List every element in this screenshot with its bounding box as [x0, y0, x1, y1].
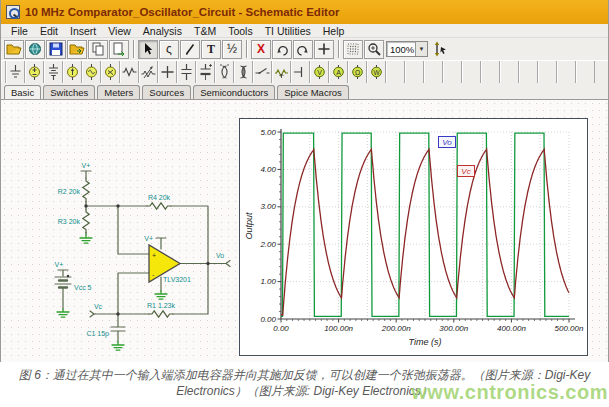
tab-basic[interactable]: Basic — [4, 85, 41, 99]
svg-text:500.00n: 500.00n — [555, 324, 584, 333]
component-voltage-generator-button[interactable] — [82, 61, 101, 83]
ammeter-icon: A — [330, 62, 347, 82]
output-pin-icon — [226, 261, 230, 267]
cross-icon — [317, 42, 331, 56]
tab-meters[interactable]: Meters — [97, 85, 140, 99]
copy-button[interactable] — [88, 40, 108, 59]
copy-pages-icon — [91, 42, 105, 56]
toolbar-empty-slot — [500, 61, 519, 83]
delete-x-icon: X — [257, 43, 265, 55]
resistor-icon — [121, 62, 138, 82]
open-button[interactable] — [4, 40, 24, 59]
component-polarized-capacitor-button[interactable] — [196, 61, 215, 83]
waveform-plot-window: 0.00100.00n200.00n300.00n400.00n500.00n0… — [239, 118, 588, 356]
resistor-r1[interactable] — [149, 311, 173, 317]
menu-item-tm[interactable]: T&M — [188, 25, 222, 37]
zoom-level-combo[interactable]: 100% ▼ — [386, 41, 428, 57]
legend-vo[interactable]: Vo — [438, 136, 456, 148]
relay-contact-icon — [292, 62, 309, 82]
net-label-vplus-battery: V+ — [55, 261, 64, 268]
tab-semiconductors[interactable]: Semiconductors — [193, 85, 275, 99]
export-button[interactable] — [25, 40, 45, 59]
component-node-button[interactable] — [158, 61, 177, 83]
toolbar-separator — [133, 40, 135, 58]
toolbar-empty-slot — [386, 61, 405, 83]
voltage-source-icon — [26, 62, 43, 82]
net-label-vo: Vo — [216, 252, 224, 259]
tab-switches[interactable]: Switches — [43, 85, 95, 99]
menu-item-file[interactable]: File — [5, 25, 34, 37]
component-current-source-button[interactable] — [63, 61, 82, 83]
current-source-icon — [64, 62, 81, 82]
component-voltmeter-button[interactable]: V — [310, 61, 329, 83]
redo-button[interactable] — [293, 40, 313, 59]
grid-toggle-button[interactable] — [343, 40, 363, 59]
capacitor-icon — [178, 62, 195, 82]
paste-button[interactable] — [109, 40, 129, 59]
wattmeter-icon: W — [368, 62, 385, 82]
component-relay-contact-button[interactable] — [291, 61, 310, 83]
svg-text:Time (s): Time (s) — [409, 337, 442, 347]
text-tool-button[interactable]: T — [201, 40, 221, 59]
component-trimmer-button[interactable] — [139, 61, 158, 83]
import-button[interactable] — [67, 40, 87, 59]
voltmeter-icon: V — [311, 62, 328, 82]
menu-item-analysis[interactable]: Analysis — [137, 25, 188, 37]
undo-button[interactable] — [272, 40, 292, 59]
fraction-tool-button[interactable]: ½ — [222, 40, 242, 59]
window-title: 10 MHz Comparator_Oscillator_Circuit - S… — [25, 6, 339, 18]
component-ohmmeter-button[interactable]: Ω — [348, 61, 367, 83]
menu-item-insert[interactable]: Insert — [64, 25, 102, 37]
menu-item-edit[interactable]: Edit — [34, 25, 64, 37]
magnifier-icon — [367, 42, 381, 56]
menu-item-tools[interactable]: Tools — [222, 25, 259, 37]
coupled-inductor-icon — [216, 62, 233, 82]
app-icon — [6, 5, 20, 19]
legend-vc[interactable]: Vc — [457, 165, 475, 177]
svg-text:400.00n: 400.00n — [497, 324, 526, 333]
resistor-r2[interactable] — [83, 178, 89, 202]
component-current-generator-button[interactable] — [101, 61, 120, 83]
draw-wire-button[interactable] — [180, 40, 200, 59]
junction-dots — [67, 204, 210, 315]
select-cursor-button[interactable] — [138, 40, 158, 59]
component-voltage-source-button[interactable] — [25, 61, 44, 83]
net-label-vplus: V+ — [82, 162, 91, 169]
menu-item-help[interactable]: Help — [317, 25, 351, 37]
menu-item-ti-utilities[interactable]: TI Utilities — [259, 25, 317, 37]
main-toolbar: ς T ½ X 100% ▼ — [1, 38, 608, 60]
wires[interactable] — [55, 171, 230, 342]
tab-sources[interactable]: Sources — [142, 85, 191, 99]
component-wattmeter-button[interactable]: W — [367, 61, 386, 83]
screenshot-stage: 10 MHz Comparator_Oscillator_Circuit - S… — [0, 0, 609, 407]
move-button[interactable] — [314, 40, 334, 59]
last-component-button[interactable]: ς — [159, 40, 179, 59]
tab-spice-macros[interactable]: Spice Macros — [277, 85, 349, 99]
component-resistor-button[interactable] — [120, 61, 139, 83]
component-ground-button[interactable] — [6, 61, 25, 83]
interactive-mode-icon — [431, 41, 449, 57]
menu-item-view[interactable]: View — [102, 25, 137, 37]
save-button[interactable] — [46, 40, 66, 59]
chevron-down-icon[interactable]: ▼ — [415, 42, 427, 56]
component-battery-button[interactable] — [44, 61, 63, 83]
component-tab-bar: Basic Switches Meters Sources Semiconduc… — [1, 83, 608, 99]
schematic-canvas[interactable]: + - V+ R2 20k R3 20k R4 20k — [1, 99, 608, 365]
component-switch-button[interactable] — [253, 61, 272, 83]
component-coupled-inductor-button[interactable] — [215, 61, 234, 83]
interactive-mode-button[interactable] — [429, 40, 451, 59]
title-bar[interactable]: 10 MHz Comparator_Oscillator_Circuit - S… — [1, 0, 608, 24]
component-capacitor-button[interactable] — [177, 61, 196, 83]
resistor-r4[interactable] — [147, 203, 171, 209]
zoom-magnifier-button[interactable] — [364, 40, 384, 59]
toolbar-empty-slot — [424, 61, 443, 83]
component-ammeter-button[interactable]: A — [329, 61, 348, 83]
svg-text:4.00: 4.00 — [260, 165, 276, 174]
resistor-r3[interactable] — [83, 209, 89, 233]
paste-page-icon — [112, 42, 126, 56]
label-r4: R4 20k — [148, 194, 171, 201]
component-potentiometer-button[interactable] — [272, 61, 291, 83]
delete-button[interactable]: X — [251, 40, 271, 59]
ground-icon — [7, 62, 24, 82]
component-transformer-button[interactable] — [234, 61, 253, 83]
